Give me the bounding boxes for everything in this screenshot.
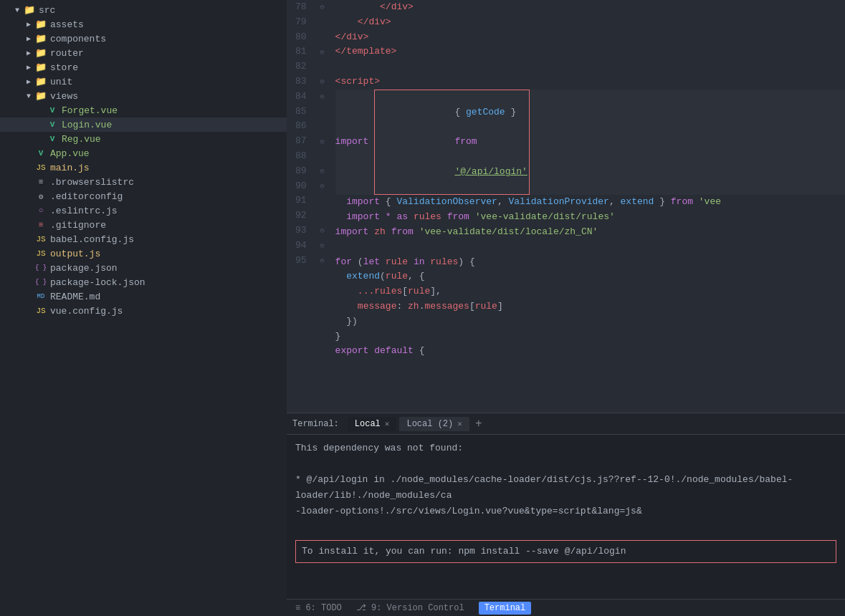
- tree-label-output: output.js: [50, 249, 100, 259]
- tree-label-packagelock: package-lock.json: [50, 277, 145, 288]
- terminal-tabs: Terminal: Local ✕ Local (2) ✕ +: [287, 413, 845, 435]
- tree-item-output[interactable]: JS output.js: [0, 246, 287, 261]
- tree-label-store: store: [50, 62, 78, 73]
- tree-item-views[interactable]: 📁 views: [0, 89, 287, 103]
- folder-icon-router: 📁: [34, 47, 47, 59]
- tree-item-app[interactable]: V App.vue: [0, 146, 287, 160]
- tree-item-eslint[interactable]: ○ .eslintrc.js: [0, 203, 287, 218]
- folder-icon-unit: 📁: [34, 76, 47, 87]
- tree-item-vueconfig[interactable]: JS vue.config.js: [0, 304, 287, 318]
- json-icon-package: { }: [34, 262, 47, 274]
- spacer-readme: [23, 291, 34, 302]
- spacer-package: [23, 262, 34, 274]
- tree-label-router: router: [50, 48, 84, 59]
- spacer-babel: [23, 234, 34, 245]
- tree-item-babel[interactable]: JS babel.config.js: [0, 232, 287, 246]
- tree-label-babel: babel.config.js: [50, 234, 134, 245]
- status-item-vcs[interactable]: ⎇ 9: Version Control: [356, 602, 464, 613]
- status-item-todo[interactable]: ≡ 6: TODO: [295, 603, 342, 613]
- terminal-tab-local-close[interactable]: ✕: [385, 419, 390, 428]
- vue-icon-forget: V: [46, 105, 59, 116]
- file-tree: 📁 src 📁 assets 📁 components 📁 router 📁 s…: [0, 0, 287, 616]
- tree-item-browsers[interactable]: ≡ .browserslistrc: [0, 175, 287, 189]
- terminal-tab-local2[interactable]: Local (2) ✕: [399, 417, 469, 431]
- folder-icon-store: 📁: [34, 62, 47, 73]
- status-item-terminal[interactable]: Terminal: [479, 602, 532, 615]
- tree-item-package[interactable]: { } package.json: [0, 261, 287, 275]
- tree-item-readme[interactable]: MD README.md: [0, 289, 287, 304]
- tree-arrow-assets: [23, 19, 34, 30]
- tree-label-login: Login.vue: [62, 120, 112, 130]
- js-icon-vueconfig: JS: [34, 305, 47, 317]
- spacer-reg: [34, 133, 46, 145]
- spacer-gitignore: [23, 219, 34, 231]
- code-line-86: import * as rules from 'vee-validate/dis…: [335, 210, 845, 225]
- tree-item-packagelock[interactable]: { } package-lock.json: [0, 275, 287, 289]
- code-line-91: ... rules [ rule ] ,: [335, 284, 845, 299]
- tree-item-src[interactable]: 📁 src: [0, 3, 287, 17]
- folder-icon-assets: 📁: [34, 19, 47, 30]
- tree-label-src: src: [39, 5, 55, 16]
- code-line-80: </div>: [335, 30, 845, 45]
- tree-item-unit[interactable]: 📁 unit: [0, 74, 287, 89]
- tree-item-router[interactable]: 📁 router: [0, 46, 287, 60]
- tree-arrow-components: [23, 33, 34, 44]
- code-line-94: }: [335, 329, 845, 345]
- tree-item-assets[interactable]: 📁 assets: [0, 17, 287, 32]
- tree-arrow-router: [23, 47, 34, 59]
- status-todo-label: ≡ 6: TODO: [295, 603, 342, 613]
- tree-label-forget: Forget.vue: [62, 105, 118, 116]
- tree-item-editorconfig[interactable]: ⚙ .editorconfig: [0, 189, 287, 203]
- js-icon-output: JS: [34, 248, 47, 259]
- gear-icon-editor: ⚙: [34, 191, 47, 202]
- code-content[interactable]: </div> </div> </div> </template>: [330, 0, 845, 413]
- terminal-line-install: To install it, you can run: npm install …: [295, 540, 836, 563]
- code-line-89: for ( let rule in rules ) {: [335, 255, 845, 270]
- tree-label-reg: Reg.vue: [62, 134, 101, 145]
- js-icon-main: JS: [34, 162, 47, 173]
- code-line-84: import { getCode } from '@/api/login': [335, 90, 845, 196]
- tree-item-gitignore[interactable]: ≡ .gitignore: [0, 218, 287, 232]
- terminal-add-button[interactable]: +: [472, 418, 485, 430]
- tree-item-store[interactable]: 📁 store: [0, 60, 287, 74]
- tree-arrow-src: [11, 4, 23, 16]
- tree-label-readme: README.md: [50, 292, 100, 302]
- tree-label-mainjs: main.js: [50, 163, 90, 173]
- config-icon-browsers: ≡: [34, 176, 47, 188]
- status-vcs-label: ⎇ 9: Version Control: [356, 602, 464, 613]
- tree-label-editorconfig: .editorconfig: [50, 191, 123, 202]
- spacer-app: [23, 148, 34, 159]
- terminal-line-0: This dependency was not found:: [295, 441, 836, 456]
- code-line-92: message : zh . messages [ rule ]: [335, 299, 845, 314]
- tree-item-login[interactable]: V Login.vue: [0, 117, 287, 132]
- terminal-line-3: -loader-options!./src/views/Login.vue?vu…: [295, 504, 836, 519]
- status-bar: ≡ 6: TODO ⎇ 9: Version Control Terminal: [287, 599, 845, 616]
- spacer-mainjs: [23, 162, 34, 173]
- code-editor: 78 79 80 81 82 83 84 85 86 87 88 89 90 9…: [287, 0, 845, 413]
- spacer-browsers: [23, 176, 34, 188]
- code-line-90: extend ( rule , {: [335, 269, 845, 284]
- tree-item-forget[interactable]: V Forget.vue: [0, 103, 287, 117]
- code-line-85: import { ValidationObserver , Validation…: [335, 195, 845, 210]
- tree-label-app: App.vue: [50, 148, 90, 159]
- babel-icon: JS: [34, 234, 47, 245]
- terminal-tab-local[interactable]: Local ✕: [348, 417, 397, 431]
- code-line-95: export default {: [335, 344, 845, 359]
- tree-item-components[interactable]: 📁 components: [0, 32, 287, 46]
- tree-arrow-unit: [23, 76, 34, 87]
- spacer-forget: [34, 105, 46, 116]
- terminal-tab-local2-label: Local (2): [406, 419, 453, 429]
- tree-item-reg[interactable]: V Reg.vue: [0, 132, 287, 146]
- tree-label-browsers: .browserslistrc: [50, 177, 134, 188]
- folder-icon-views: 📁: [34, 90, 47, 102]
- terminal-content[interactable]: This dependency was not found: * @/api/l…: [287, 435, 845, 599]
- terminal-tab-local2-close[interactable]: ✕: [457, 419, 462, 428]
- vue-icon-reg: V: [46, 133, 59, 145]
- code-line-79: </div>: [335, 15, 845, 30]
- tree-arrow-views: [23, 90, 34, 102]
- code-line-87: import zh from 'vee-validate/dist/locale…: [335, 225, 845, 240]
- tree-label-gitignore: .gitignore: [50, 220, 106, 231]
- code-line-78: </div>: [335, 0, 845, 15]
- tree-label-vueconfig: vue.config.js: [50, 306, 123, 317]
- tree-item-mainjs[interactable]: JS main.js: [0, 160, 287, 175]
